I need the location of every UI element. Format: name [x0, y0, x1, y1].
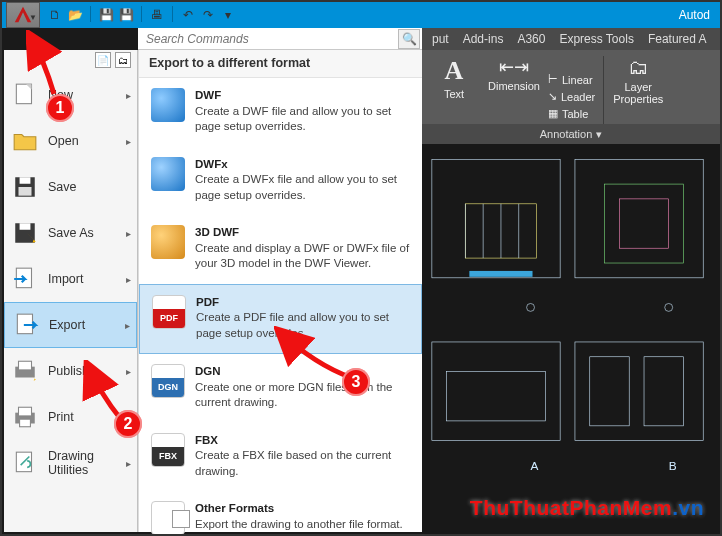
- app-name: Autod: [679, 8, 716, 22]
- watermark: ThuThuatPhanMem.vn: [470, 496, 704, 520]
- qat-more-icon[interactable]: ▾: [219, 6, 237, 24]
- annotation-step-1: 1: [46, 94, 74, 122]
- search-commands: 🔍: [138, 28, 422, 50]
- export-pdf[interactable]: PDFCreate a PDF file and allow you to se…: [139, 284, 422, 355]
- dimension-icon: ⇤⇥: [499, 56, 529, 78]
- ribbon-tab[interactable]: put: [432, 32, 449, 46]
- text-button[interactable]: A Text: [432, 56, 476, 100]
- export-other[interactable]: Other FormatsExport the drawing to anoth…: [139, 491, 422, 536]
- chevron-down-icon[interactable]: ▾: [596, 128, 602, 141]
- export-dwfx[interactable]: DWFxCreate a DWFx file and allow you to …: [139, 147, 422, 216]
- export-fbx[interactable]: FBXCreate a FBX file based on the curren…: [139, 423, 422, 492]
- dimension-button[interactable]: ⇤⇥ Dimension: [492, 56, 536, 92]
- qat-redo-icon[interactable]: ↷: [199, 6, 217, 24]
- svg-rect-30: [20, 419, 31, 427]
- export-dwf[interactable]: DWFCreate a DWF file and allow you to se…: [139, 78, 422, 147]
- linear-icon: ⊢: [548, 73, 558, 86]
- ribbon-tabs: put Add-ins A360 Express Tools Featured …: [422, 28, 720, 50]
- menu-label: Print: [48, 410, 74, 424]
- ribbon-tab[interactable]: A360: [517, 32, 545, 46]
- qat-save-icon[interactable]: 💾: [97, 6, 115, 24]
- svg-point-16: [527, 303, 535, 311]
- title-bar: ▼ 🗋 📂 💾 💾 🖶 ↶ ↷ ▾ Autod: [2, 2, 720, 28]
- open-docs-icon[interactable]: 🗂: [115, 52, 131, 68]
- export-dgn[interactable]: DGNCreate one or more DGN files from the…: [139, 354, 422, 423]
- svg-rect-13: [590, 357, 629, 426]
- menu-label: Publish: [48, 364, 89, 378]
- svg-rect-1: [575, 159, 703, 277]
- separator: [172, 6, 173, 22]
- dwf-icon: [151, 88, 185, 122]
- menu-publish[interactable]: Publish▸: [4, 348, 137, 394]
- svg-rect-21: [19, 187, 32, 196]
- svg-rect-20: [20, 177, 31, 184]
- separator: [90, 6, 91, 22]
- new-icon: [12, 82, 38, 108]
- svg-rect-0: [432, 159, 560, 277]
- app-menu: 📄 🗂 New▸ Open▸ Save Save As▸ Import▸ Exp…: [4, 50, 138, 532]
- menu-label: Save As: [48, 226, 94, 240]
- export-icon: [13, 312, 39, 338]
- menu-label: Save: [48, 180, 77, 194]
- ribbon-tab[interactable]: Express Tools: [559, 32, 633, 46]
- menu-drawing-utilities[interactable]: Drawing Utilities▸: [4, 440, 137, 486]
- ribbon-tab[interactable]: Add-ins: [463, 32, 504, 46]
- layer-properties-button[interactable]: 🗂 Layer Properties: [616, 56, 660, 105]
- menu-label: Drawing Utilities: [48, 449, 129, 477]
- table-icon: ▦: [548, 107, 558, 120]
- 3ddwf-icon: [151, 225, 185, 259]
- ribbon-tab[interactable]: Featured A: [648, 32, 707, 46]
- section-label: B: [669, 459, 677, 473]
- dgn-icon: [151, 364, 185, 398]
- qat-new-icon[interactable]: 🗋: [46, 6, 64, 24]
- dwfx-icon: [151, 157, 185, 191]
- app-menu-button[interactable]: ▼: [6, 2, 40, 28]
- qat-open-icon[interactable]: 📂: [66, 6, 84, 24]
- quick-access-toolbar: 🗋 📂 💾 💾 🖶 ↶ ↷ ▾: [46, 6, 237, 24]
- menu-import[interactable]: Import▸: [4, 256, 137, 302]
- qat-saveas-icon[interactable]: 💾: [117, 6, 135, 24]
- svg-point-15: [665, 303, 673, 311]
- pdf-icon: [152, 295, 186, 329]
- svg-rect-25: [17, 314, 32, 334]
- open-icon: [12, 128, 38, 154]
- export-submenu: Export to a different format DWFCreate a…: [138, 50, 422, 532]
- menu-label: Export: [49, 318, 85, 332]
- import-icon: [12, 266, 38, 292]
- ribbon-group-label: Annotation▾: [422, 124, 720, 144]
- svg-rect-2: [432, 342, 560, 441]
- svg-rect-23: [20, 223, 31, 230]
- drawing-canvas[interactable]: A B: [422, 144, 720, 534]
- utilities-icon: [12, 450, 38, 476]
- menu-save-as[interactable]: Save As▸: [4, 210, 137, 256]
- other-formats-icon: [151, 501, 185, 535]
- export-header: Export to a different format: [139, 50, 422, 78]
- save-as-icon: [12, 220, 38, 246]
- menu-save[interactable]: Save: [4, 164, 137, 210]
- annotation-step-2: 2: [114, 410, 142, 438]
- menu-label: Open: [48, 134, 79, 148]
- search-input[interactable]: [138, 32, 398, 46]
- separator: [141, 6, 142, 22]
- export-3ddwf[interactable]: 3D DWFCreate and display a DWF or DWFx f…: [139, 215, 422, 284]
- svg-rect-14: [644, 357, 683, 426]
- svg-rect-12: [447, 372, 546, 421]
- menu-open[interactable]: Open▸: [4, 118, 137, 164]
- qat-undo-icon[interactable]: ↶: [179, 6, 197, 24]
- svg-rect-10: [605, 184, 684, 263]
- svg-rect-11: [619, 199, 668, 248]
- linear-button[interactable]: ⊢Linear: [548, 73, 595, 86]
- recent-docs-icon[interactable]: 📄: [95, 52, 111, 68]
- print-icon: [12, 404, 38, 430]
- fbx-icon: [151, 433, 185, 467]
- menu-export[interactable]: Export▸: [4, 302, 137, 348]
- section-label: A: [531, 459, 539, 473]
- svg-rect-27: [19, 361, 32, 370]
- table-button[interactable]: ▦Table: [548, 107, 595, 120]
- dropdown-caret-icon: ▼: [29, 13, 37, 22]
- svg-rect-29: [19, 407, 32, 416]
- search-icon[interactable]: 🔍: [398, 29, 420, 49]
- qat-print-icon[interactable]: 🖶: [148, 6, 166, 24]
- layers-icon: 🗂: [628, 56, 648, 79]
- leader-button[interactable]: ↘Leader: [548, 90, 595, 103]
